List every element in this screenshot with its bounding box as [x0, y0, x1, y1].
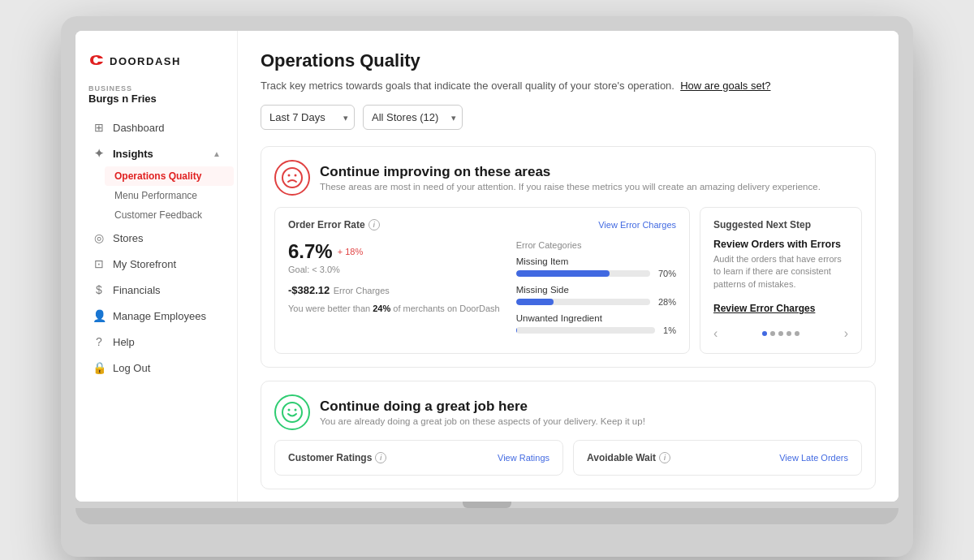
sidebar-item-operations-quality[interactable]: Operations Quality	[105, 166, 234, 186]
info-icon[interactable]: i	[375, 452, 386, 463]
next-arrow-icon[interactable]: ›	[844, 326, 848, 341]
bar-value: 70%	[658, 269, 676, 278]
sidebar-item-log-out[interactable]: 🔒 Log Out	[79, 355, 234, 381]
bar-label: Missing Side	[516, 285, 676, 295]
metric-goal: Goal: < 3.0%	[288, 265, 500, 274]
sidebar-item-label: Financials	[113, 284, 161, 296]
prev-arrow-icon[interactable]: ‹	[713, 326, 718, 341]
bar-flex: 28%	[516, 297, 676, 307]
bar-track	[516, 327, 655, 334]
suggested-next-step-card: Suggested Next Step Review Orders with E…	[700, 207, 862, 354]
sidebar-item-label: Stores	[113, 232, 144, 244]
metric-charges-label: Error Charges	[334, 286, 390, 295]
stores-wrapper: All Stores (12) Store 1	[363, 105, 463, 130]
doordash-icon	[88, 50, 105, 71]
great-section-text: Continue doing a great job here You are …	[320, 398, 645, 426]
dot-5	[795, 331, 799, 336]
metric-right: Error Categories Missing Item	[516, 240, 676, 342]
sidebar-item-financials[interactable]: $ Financials	[79, 277, 234, 303]
doordash-wordmark: DOORDASH	[110, 55, 181, 67]
main-content: Operations Quality Track key metrics tow…	[238, 31, 899, 502]
sad-face-icon	[274, 160, 310, 196]
view-error-charges-link[interactable]: View Error Charges	[598, 220, 676, 230]
sidebar-item-label: Log Out	[113, 362, 150, 374]
error-categories-title: Error Categories	[516, 240, 676, 250]
bar-value: 1%	[663, 325, 676, 335]
review-error-charges-link[interactable]: Review Error Charges	[713, 303, 815, 314]
svg-point-0	[282, 168, 302, 187]
suggested-action-desc: Audit the orders that have errors to lea…	[713, 253, 848, 291]
sidebar-item-stores[interactable]: ◎ Stores	[79, 225, 234, 251]
metric-note: You were better than 24% of merchants on…	[288, 304, 500, 313]
sidebar: DOORDASH BUSINESS Burgs n Fries ⊞ Dashbo…	[75, 31, 238, 502]
view-ratings-link[interactable]: View Ratings	[498, 453, 549, 463]
great-section-header: Continue doing a great job here You are …	[274, 394, 862, 430]
happy-face-icon	[274, 394, 310, 430]
bar-fill	[516, 270, 610, 277]
sub-item-label: Operations Quality	[114, 170, 201, 182]
sidebar-item-label: Help	[113, 336, 135, 348]
dot-3	[778, 331, 783, 336]
metric-body: 6.7% + 18% Goal: < 3.0% -$382.12 Error C…	[288, 240, 676, 342]
bar-track-wrapper	[516, 327, 655, 334]
great-section-title: Continue doing a great job here	[320, 398, 645, 415]
svg-point-5	[295, 409, 297, 411]
sidebar-item-my-storefront[interactable]: ⊡ My Storefront	[79, 251, 234, 277]
lock-icon: 🔒	[92, 361, 106, 374]
how-goals-link[interactable]: How are goals set?	[680, 80, 770, 92]
sidebar-item-insights[interactable]: ✦ Insights ▲	[79, 140, 234, 166]
info-icon[interactable]: i	[368, 219, 380, 230]
financials-icon: $	[92, 283, 106, 296]
bar-value: 28%	[658, 297, 676, 307]
insights-submenu: Operations Quality Menu Performance Cust…	[75, 166, 237, 225]
order-error-rate-card: Order Error Rate i View Error Charges 6.…	[274, 207, 690, 354]
time-range-select[interactable]: Last 7 Days Last 30 Days Last 90 Days	[261, 105, 355, 130]
filters-row: Last 7 Days Last 30 Days Last 90 Days Al…	[261, 105, 876, 130]
avoidable-wait-header: Avoidable Wait i View Late Orders	[587, 452, 848, 463]
sidebar-item-dashboard[interactable]: ⊞ Dashboard	[79, 114, 234, 140]
great-section: Continue doing a great job here You are …	[261, 381, 876, 489]
sidebar-item-customer-feedback[interactable]: Customer Feedback	[105, 205, 234, 225]
business-section: BUSINESS Burgs n Fries	[75, 84, 237, 114]
bar-track	[516, 270, 650, 277]
employees-icon: 👤	[92, 309, 106, 322]
pagination-dots	[762, 331, 799, 336]
bar-flex: 1%	[516, 325, 676, 335]
suggested-action-title: Review Orders with Errors	[713, 239, 848, 250]
chevron-up-icon: ▲	[213, 149, 221, 158]
metric-card-header: Order Error Rate i View Error Charges	[288, 219, 676, 230]
customer-ratings-card: Customer Ratings i View Ratings	[274, 440, 563, 476]
bar-row-missing-side: Missing Side 28%	[516, 285, 676, 307]
business-label: BUSINESS	[88, 84, 224, 93]
info-icon[interactable]: i	[659, 452, 670, 463]
dot-2	[770, 331, 775, 336]
metric-left: 6.7% + 18% Goal: < 3.0% -$382.12 Error C…	[288, 240, 500, 342]
sidebar-item-label: My Storefront	[113, 258, 176, 270]
avoidable-wait-title: Avoidable Wait i	[587, 452, 670, 463]
stores-select[interactable]: All Stores (12) Store 1	[363, 105, 463, 130]
bar-track	[516, 299, 650, 305]
sidebar-item-manage-employees[interactable]: 👤 Manage Employees	[79, 303, 234, 329]
sidebar-item-label: Dashboard	[113, 122, 165, 134]
bar-track-wrapper	[516, 270, 650, 277]
sidebar-item-label: Insights	[113, 148, 153, 160]
metrics-row: Order Error Rate i View Error Charges 6.…	[274, 207, 862, 354]
business-name: Burgs n Fries	[88, 93, 224, 105]
customer-ratings-header: Customer Ratings i View Ratings	[288, 452, 549, 463]
sub-item-label: Customer Feedback	[114, 209, 202, 221]
sidebar-item-menu-performance[interactable]: Menu Performance	[105, 186, 234, 205]
storefront-icon: ⊡	[92, 257, 106, 270]
view-late-orders-link[interactable]: View Late Orders	[779, 453, 848, 463]
metric-trend: + 18%	[338, 247, 364, 256]
sidebar-item-help[interactable]: ? Help	[79, 329, 234, 355]
dot-1	[762, 331, 767, 336]
insights-icon: ✦	[92, 147, 106, 160]
bar-flex: 70%	[516, 269, 676, 278]
improve-section: Continue improving on these areas These …	[261, 146, 876, 368]
suggested-nav: ‹ ›	[713, 326, 848, 341]
bar-track-wrapper	[516, 299, 650, 305]
time-range-wrapper: Last 7 Days Last 30 Days Last 90 Days	[261, 105, 355, 130]
improve-section-text: Continue improving on these areas These …	[320, 164, 821, 192]
metric-value: 6.7% + 18%	[288, 240, 500, 263]
avoidable-wait-card: Avoidable Wait i View Late Orders	[573, 440, 862, 476]
